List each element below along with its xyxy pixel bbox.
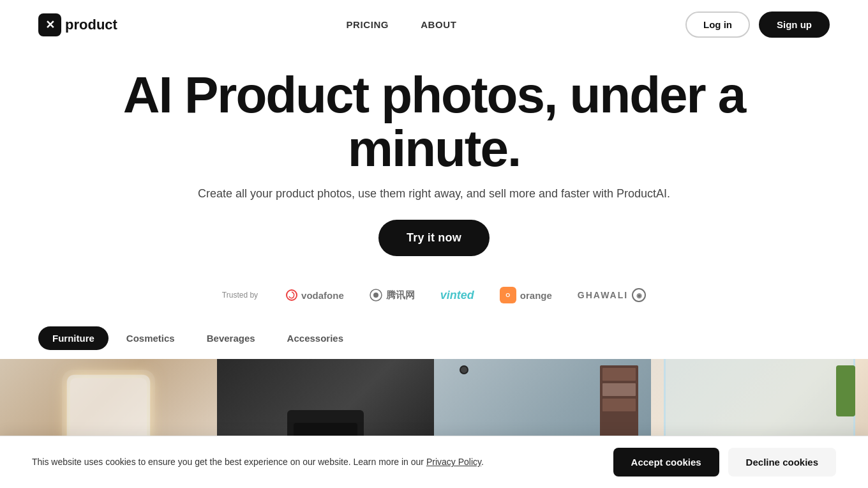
- svg-point-0: [287, 290, 297, 300]
- nav-links: PRICING ABOUT: [346, 19, 456, 30]
- tab-furniture[interactable]: Furniture: [38, 326, 108, 350]
- cta-button[interactable]: Try it now: [378, 220, 490, 256]
- headline-line1: AI Product photos, under a: [123, 66, 745, 123]
- tab-cosmetics[interactable]: Cosmetics: [112, 326, 189, 350]
- login-button[interactable]: Log in: [685, 11, 750, 38]
- hero-subtitle: Create all your product photos, use them…: [38, 187, 830, 201]
- decline-cookies-button[interactable]: Decline cookies: [728, 448, 836, 477]
- brand-orange: O orange: [500, 287, 552, 303]
- nav-actions: Log in Sign up: [685, 11, 830, 38]
- brand-vinted: vinted: [440, 289, 474, 302]
- category-tabs: Furniture Cosmetics Beverages Accessorie…: [38, 326, 830, 350]
- brand-vodafone: vodafone: [286, 289, 344, 301]
- shelf2: [602, 383, 636, 396]
- cookie-actions: Accept cookies Decline cookies: [613, 448, 836, 477]
- signup-button[interactable]: Sign up: [759, 11, 830, 38]
- nav-about[interactable]: ABOUT: [421, 19, 456, 30]
- clock-decoration: [460, 365, 468, 374]
- svg-point-2: [373, 293, 378, 298]
- cookie-message: This website uses cookies to ensure you …: [32, 455, 484, 469]
- logo-icon: ✕: [38, 13, 61, 36]
- accept-cookies-button[interactable]: Accept cookies: [613, 448, 719, 477]
- orange-box-icon: O: [500, 287, 516, 303]
- cookie-period: .: [481, 457, 484, 467]
- logo-text: product: [65, 17, 117, 33]
- brand-tencent: 腾讯网: [370, 289, 415, 301]
- brand-ghawali: GHAWALI ◉: [578, 288, 646, 302]
- shelf3: [602, 399, 636, 411]
- privacy-policy-link[interactable]: Privacy Policy: [426, 457, 481, 467]
- hero-section: AI Product photos, under a minute. Creat…: [0, 49, 868, 269]
- plant-stem-decoration: [836, 365, 855, 416]
- ghawali-icon: ◉: [632, 288, 646, 302]
- cookie-message-text: This website uses cookies to ensure you …: [32, 457, 426, 467]
- headline-line2: minute.: [348, 120, 520, 177]
- cookie-banner: This website uses cookies to ensure you …: [0, 436, 868, 488]
- tencent-icon: [370, 289, 382, 301]
- hero-headline: AI Product photos, under a minute.: [51, 68, 817, 176]
- vodafone-icon: [286, 289, 297, 301]
- tab-beverages[interactable]: Beverages: [193, 326, 269, 350]
- mirror-decoration: [67, 375, 150, 445]
- logo[interactable]: ✕ product: [38, 13, 117, 36]
- trusted-section: Trusted by vodafone 腾讯网 vinted O orange …: [0, 269, 868, 316]
- tab-accessories[interactable]: Accessories: [273, 326, 357, 350]
- tabs-section: Furniture Cosmetics Beverages Accessorie…: [0, 316, 868, 350]
- trusted-label: Trusted by: [222, 291, 258, 300]
- shelf1: [602, 368, 636, 381]
- nav-pricing[interactable]: PRICING: [346, 19, 389, 30]
- navbar: ✕ product PRICING ABOUT Log in Sign up: [0, 0, 868, 49]
